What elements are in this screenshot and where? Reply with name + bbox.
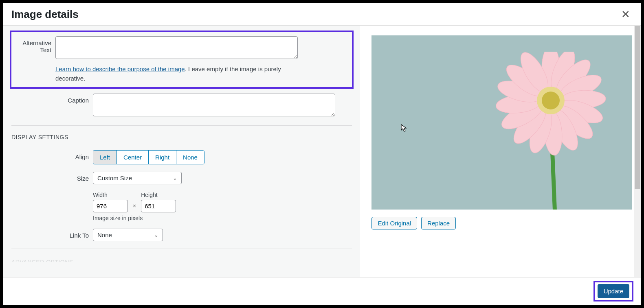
height-input[interactable] [141,200,176,212]
alt-text-input[interactable] [55,36,298,59]
advanced-options-heading: ADVANCED OPTIONS [11,259,352,262]
image-preview [371,35,632,210]
modal-title: Image details [11,8,79,21]
width-label: Width [93,192,128,198]
modal-header: Image details ✕ [3,3,641,26]
modal-footer: Update [3,277,641,305]
caption-label: Caption [11,94,93,104]
svg-point-20 [542,92,560,109]
align-button-group: Left Center Right None [93,150,204,164]
alt-text-highlight: Alternative Text Learn how to describe t… [10,31,354,89]
dimensions-spacer [11,192,93,195]
cursor-icon [401,124,407,135]
divider [11,125,352,126]
update-button[interactable]: Update [598,284,629,298]
alt-text-help-link[interactable]: Learn how to describe the purpose of the… [55,66,185,72]
settings-panel: Alternative Text Learn how to describe t… [3,26,360,277]
align-center-button[interactable]: Center [117,151,149,164]
height-label: Height [141,192,176,198]
update-highlight: Update [593,281,633,301]
linkto-select-value: None [97,232,112,238]
flower-illustration [494,52,608,210]
size-select-value: Custom Size [97,175,132,181]
edit-original-button[interactable]: Edit Original [371,217,417,229]
dimension-hint: Image size in pixels [93,215,335,221]
modal-body: Alternative Text Learn how to describe t… [3,26,641,277]
dimensions-group: Width × Height [93,192,335,212]
align-label: Align [11,150,93,160]
size-label: Size [11,172,93,182]
width-input[interactable] [93,200,128,212]
dimension-separator: × [133,203,136,212]
alt-text-label: Alternative Text [11,36,55,53]
close-icon[interactable]: ✕ [619,9,633,20]
linkto-select[interactable]: None ⌄ [93,229,163,241]
alt-text-helper: Learn how to describe the purpose of the… [55,65,298,83]
preview-panel: Edit Original Replace [360,26,634,277]
size-select[interactable]: Custom Size ⌄ [93,172,182,184]
align-right-button[interactable]: Right [149,151,176,164]
preview-actions: Edit Original Replace [371,217,623,229]
scrollbar-thumb[interactable] [635,26,640,189]
scrollbar[interactable] [634,26,641,277]
display-settings-heading: DISPLAY SETTINGS [11,134,352,140]
align-left-button[interactable]: Left [93,151,117,164]
linkto-label: Link To [11,229,93,239]
chevron-down-icon: ⌄ [173,175,177,181]
caption-input[interactable] [93,94,335,116]
image-details-modal: Image details ✕ Alternative Text Learn h… [3,3,641,305]
chevron-down-icon: ⌄ [154,232,158,238]
replace-button[interactable]: Replace [421,217,456,229]
align-none-button[interactable]: None [176,151,204,164]
divider [11,249,352,249]
